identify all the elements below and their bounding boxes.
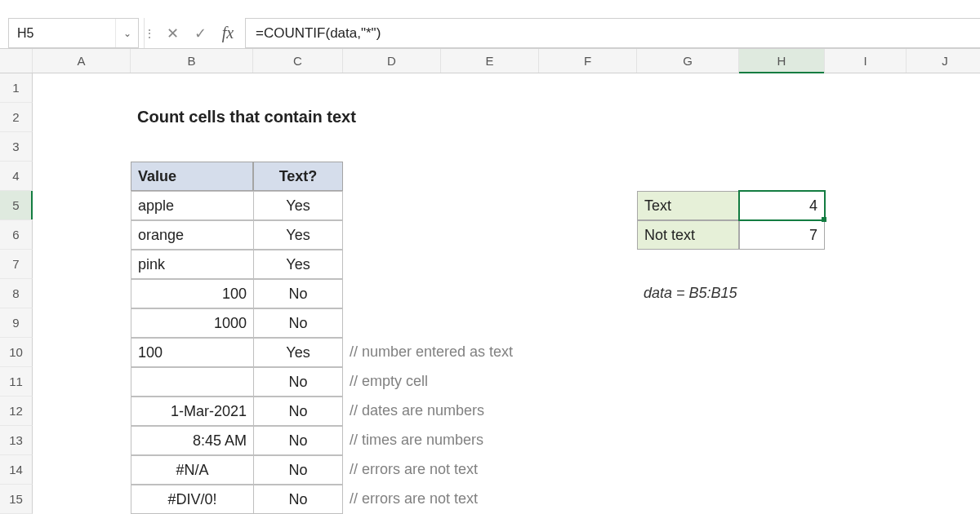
table-text-5[interactable]: Yes <box>253 191 343 220</box>
formula-input[interactable]: =COUNTIF(data,"*") <box>245 18 980 48</box>
cell-E4[interactable] <box>441 162 539 191</box>
cell-H13[interactable] <box>739 426 825 455</box>
cell-G4[interactable] <box>637 162 739 191</box>
column-header-F[interactable]: F <box>539 49 637 73</box>
cell-I14[interactable] <box>825 455 906 485</box>
cell-G9[interactable] <box>637 308 739 338</box>
row-header-15[interactable]: 15 <box>0 485 33 514</box>
cell-C1[interactable] <box>253 73 343 103</box>
row-header-8[interactable]: 8 <box>0 279 33 308</box>
row-header-14[interactable]: 14 <box>0 455 33 485</box>
column-header-H[interactable]: H <box>739 49 825 73</box>
cell-G3[interactable] <box>637 132 739 162</box>
table-value-15[interactable]: #DIV/0! <box>131 485 253 514</box>
cell-J1[interactable] <box>906 73 980 103</box>
table-value-7[interactable]: pink <box>131 250 253 279</box>
cell-I6[interactable] <box>825 220 906 250</box>
cell-G7[interactable] <box>637 250 739 279</box>
cell-D8[interactable] <box>343 279 441 308</box>
cell-E3[interactable] <box>441 132 539 162</box>
cell-H10[interactable] <box>739 338 825 367</box>
summary-nottext-value[interactable]: 7 <box>739 220 825 250</box>
row-header-11[interactable]: 11 <box>0 367 33 397</box>
table-text-11[interactable]: No <box>253 367 343 397</box>
table-text-14[interactable]: No <box>253 455 343 485</box>
row-header-3[interactable]: 3 <box>0 132 33 162</box>
name-box-dropdown[interactable]: ⌄ <box>115 19 138 47</box>
column-header-E[interactable]: E <box>441 49 539 73</box>
cell-H1[interactable] <box>739 73 825 103</box>
cell-A3[interactable] <box>33 132 131 162</box>
table-text-6[interactable]: Yes <box>253 220 343 250</box>
cell-A1[interactable] <box>33 73 131 103</box>
cell-D4[interactable] <box>343 162 441 191</box>
cell-G1[interactable] <box>637 73 739 103</box>
cell-H12[interactable] <box>739 397 825 426</box>
cell-J8[interactable] <box>906 279 980 308</box>
cell-F5[interactable] <box>539 191 637 220</box>
cell-G15[interactable] <box>637 485 739 514</box>
table-value-5[interactable]: apple <box>131 191 253 220</box>
row-header-4[interactable]: 4 <box>0 162 33 191</box>
cell-I9[interactable] <box>825 308 906 338</box>
cell-F9[interactable] <box>539 308 637 338</box>
cell-F8[interactable] <box>539 279 637 308</box>
cell-A4[interactable] <box>33 162 131 191</box>
table-text-12[interactable]: No <box>253 397 343 426</box>
cell-H9[interactable] <box>739 308 825 338</box>
cancel-formula-button[interactable]: ✕ <box>160 18 185 48</box>
column-header-C[interactable]: C <box>253 49 343 73</box>
row-header-13[interactable]: 13 <box>0 426 33 455</box>
summary-text-value[interactable]: 4 <box>739 191 825 220</box>
table-text-10[interactable]: Yes <box>253 338 343 367</box>
cell-H4[interactable] <box>739 162 825 191</box>
table-text-15[interactable]: No <box>253 485 343 514</box>
cell-E8[interactable] <box>441 279 539 308</box>
cell-A11[interactable] <box>33 367 131 397</box>
cell-J15[interactable] <box>906 485 980 514</box>
row-header-10[interactable]: 10 <box>0 338 33 367</box>
table-text-9[interactable]: No <box>253 308 343 338</box>
cell-G10[interactable] <box>637 338 739 367</box>
cell-E7[interactable] <box>441 250 539 279</box>
column-header-D[interactable]: D <box>343 49 441 73</box>
cell-D7[interactable] <box>343 250 441 279</box>
summary-text-label[interactable]: Text <box>637 191 739 220</box>
row-header-12[interactable]: 12 <box>0 397 33 426</box>
table-value-6[interactable]: orange <box>131 220 253 250</box>
cell-H3[interactable] <box>739 132 825 162</box>
table-value-13[interactable]: 8:45 AM <box>131 426 253 455</box>
column-header-A[interactable]: A <box>33 49 131 73</box>
cell-D5[interactable] <box>343 191 441 220</box>
cell-H15[interactable] <box>739 485 825 514</box>
cell-I15[interactable] <box>825 485 906 514</box>
cell-J9[interactable] <box>906 308 980 338</box>
cell-C3[interactable] <box>253 132 343 162</box>
cell-J13[interactable] <box>906 426 980 455</box>
cell-A8[interactable] <box>33 279 131 308</box>
cell-J11[interactable] <box>906 367 980 397</box>
row-header-5[interactable]: 5 <box>0 191 33 220</box>
cell-I13[interactable] <box>825 426 906 455</box>
cell-G13[interactable] <box>637 426 739 455</box>
cell-I7[interactable] <box>825 250 906 279</box>
cell-F6[interactable] <box>539 220 637 250</box>
column-header-J[interactable]: J <box>906 49 980 73</box>
cell-I4[interactable] <box>825 162 906 191</box>
cell-J10[interactable] <box>906 338 980 367</box>
cell-A12[interactable] <box>33 397 131 426</box>
cell-I12[interactable] <box>825 397 906 426</box>
cell-I2[interactable] <box>825 103 906 132</box>
cell-F4[interactable] <box>539 162 637 191</box>
cell-J3[interactable] <box>906 132 980 162</box>
table-value-10[interactable]: 100 <box>131 338 253 367</box>
cell-F2[interactable] <box>539 103 637 132</box>
cell-F3[interactable] <box>539 132 637 162</box>
cell-J12[interactable] <box>906 397 980 426</box>
cell-B1[interactable] <box>131 73 253 103</box>
cell-A10[interactable] <box>33 338 131 367</box>
cell-G2[interactable] <box>637 103 739 132</box>
column-header-G[interactable]: G <box>637 49 739 73</box>
cell-F1[interactable] <box>539 73 637 103</box>
cell-E5[interactable] <box>441 191 539 220</box>
